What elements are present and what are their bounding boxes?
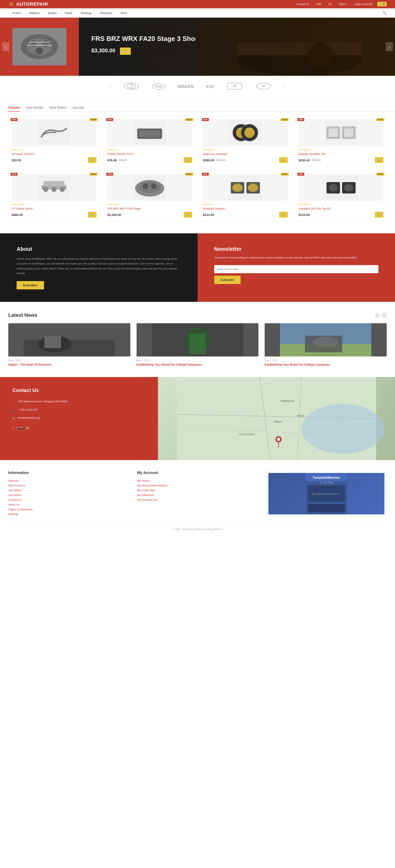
language-selector[interactable]: En [329, 3, 332, 6]
hero-next-button[interactable]: › [386, 42, 393, 51]
tab-popular[interactable]: Popular [8, 103, 20, 112]
instagram-icon[interactable]: 📷 [19, 426, 24, 430]
product-card-4: NEW SALE! ★★★★★ Daylight Headlight Set..… [295, 116, 387, 166]
add-to-cart-button-6[interactable]: 🛒 [184, 212, 192, 218]
add-to-cart-button-5[interactable]: 🛒 [88, 212, 96, 218]
news-image-2 [136, 323, 259, 356]
footer-link-contact-us[interactable]: Contact Us [8, 498, 129, 501]
brand-nissan[interactable]: NISSAN [178, 84, 194, 89]
contact-phone: 📞 1-800-1234-567 [12, 408, 146, 413]
nav-hydraulics[interactable]: Hydraulics [96, 8, 117, 18]
brands-next-arrow[interactable]: › [284, 84, 285, 89]
brand-ford[interactable]: Ford [152, 84, 165, 90]
brands-section: ‹ Ford NISSAN KIA H H › [0, 76, 395, 97]
product-image-6 [107, 174, 192, 201]
brand-hyundai[interactable]: H [255, 82, 272, 91]
footer-link-pages-config[interactable]: Pages Configuration [8, 508, 129, 511]
nav-batteries[interactable]: Batteries [25, 8, 44, 18]
currency-selector[interactable]: USD [316, 3, 321, 6]
read-more-button[interactable]: Read More [17, 281, 44, 289]
footer-social-widget: TemplateMonster 📎 Like Page Don't Miss T… [266, 471, 387, 517]
footer-link-credit-slips[interactable]: My Credit Slips [137, 489, 258, 492]
nav-hitech[interactable]: Hi-tech [8, 8, 25, 18]
contact-heading: Contact Us [12, 388, 146, 393]
footer-widget: TemplateMonster 📎 Like Page Don't Miss T… [266, 471, 387, 517]
nav-paints[interactable]: Paints [61, 8, 77, 18]
product-old-price-3: $350.00 [216, 159, 225, 161]
footer-link-addresses[interactable]: My Addresses [137, 494, 258, 497]
products-section: NEW SALE! ★★★★★ Air Intake Hose for... $… [0, 112, 395, 234]
search-icon[interactable]: 🔍 [383, 11, 387, 15]
svg-point-48 [232, 184, 243, 192]
brand-toyota[interactable] [123, 82, 140, 91]
product-stars-2: ★★★★★ [107, 148, 192, 151]
tab-best-sellers[interactable]: Best Sellers [50, 103, 66, 112]
product-badge-sale-6: SALE! [185, 173, 193, 176]
hero-add-to-cart-button[interactable]: 🛒 [120, 48, 131, 55]
footer-link-new-products[interactable]: New Products [8, 484, 129, 487]
product-card-1: NEW SALE! ★★★★★ Air Intake Hose for... $… [8, 116, 100, 166]
twitter-icon[interactable]: t [16, 426, 17, 430]
brands-prev-arrow[interactable]: ‹ [110, 84, 111, 89]
news-prev-arrow[interactable]: ‹ [375, 313, 380, 318]
contact-section: Contact Us 📍 678 Marmora Road, Glasgow D… [0, 377, 158, 460]
brand-kia[interactable]: KIA [206, 84, 214, 89]
googleplus-icon[interactable]: g+ [26, 426, 30, 430]
footer-link-personal-info[interactable]: My Personal Info [137, 498, 258, 501]
product-card-2: NEW SALE! ★★★★★ Carbon Bonnet Hood... $7… [104, 116, 195, 166]
news-title-2[interactable]: Establishing Your Brand On College Campu… [136, 363, 259, 367]
tab-specials[interactable]: Specials [72, 103, 84, 112]
product-image-4 [299, 119, 384, 146]
nav-moldings[interactable]: Moldings [77, 8, 96, 18]
product-price-1: $20.00 🛒 [11, 157, 96, 163]
footer-link-our-stores[interactable]: Our Stores [8, 494, 129, 497]
products-row-2: NEW SALE! ★★★★★ FX Duplex Sports... $460… [8, 170, 387, 221]
nav-brakes[interactable]: Brakes [44, 8, 61, 18]
product-current-price-1: $20.00 [11, 158, 21, 162]
svg-point-44 [151, 183, 157, 190]
product-stars-5: ★★★★★ [11, 203, 96, 206]
facebook-icon[interactable]: f [12, 426, 13, 430]
add-to-cart-button-4[interactable]: 🛒 [375, 157, 384, 163]
add-to-cart-button-1[interactable]: 🛒 [88, 157, 96, 163]
sign-in-link[interactable]: Sign In [339, 3, 347, 6]
product-name-2: Carbon Bonnet Hood... [107, 152, 192, 155]
product-badge-new-4: NEW [298, 118, 304, 121]
add-to-cart-button-8[interactable]: 🛒 [375, 212, 384, 218]
footer-link-specials[interactable]: Specials [8, 479, 129, 482]
tab-new-arrivals[interactable]: New Arrivals [26, 103, 43, 112]
cart-icon[interactable]: 🛒 0 [377, 2, 387, 6]
product-stars-6: ★★★★★ [107, 203, 192, 206]
newsletter-heading: Newsletter [214, 246, 378, 252]
news-title-3[interactable]: Establishing Your Brand On College Campu… [265, 363, 387, 367]
gear-icon [8, 1, 14, 7]
contact-us-link[interactable]: Contact Us [297, 3, 309, 6]
svg-text:Beach: Beach [297, 414, 304, 417]
product-badge-sale-4: SALE! [376, 118, 385, 121]
newsletter-email-input[interactable] [214, 265, 378, 273]
svg-rect-7 [29, 41, 50, 43]
news-card-1: May 5, 2015 Impact - The Heart Of Busine… [8, 323, 130, 367]
location-icon: 📍 [12, 400, 16, 404]
add-to-cart-button-3[interactable]: 🛒 [279, 157, 288, 163]
product-image-7 [203, 174, 288, 201]
footer-link-merchandise-returns[interactable]: My Merchandise Returns [137, 484, 258, 487]
nav-rims[interactable]: Rims [117, 8, 131, 18]
footer-link-top-sellers[interactable]: Top Sellers [8, 489, 129, 492]
footer-link-my-orders[interactable]: My Orders [137, 479, 258, 482]
footer-link-about-us[interactable]: About Us [8, 503, 129, 506]
subscribe-button[interactable]: Subscribe [214, 276, 241, 284]
product-badge-new-7: NEW [202, 173, 209, 176]
product-current-price-3: $280.00 [203, 158, 214, 162]
product-badge-sale-7: SALE! [281, 173, 289, 176]
main-nav: Hi-tech Batteries Brakes Paints Moldings… [0, 8, 395, 18]
news-next-arrow[interactable]: › [382, 313, 387, 318]
brand-honda[interactable]: H [226, 82, 243, 91]
footer-facebook-widget[interactable]: TemplateMonster 📎 Like Page Don't Miss T… [268, 473, 385, 515]
hero-prev-button[interactable]: ‹ [2, 42, 9, 51]
news-title-1[interactable]: Impact - The Heart Of Business [8, 363, 130, 367]
product-stars-3: ★★★★★ [203, 148, 288, 151]
add-to-cart-button-7[interactable]: 🛒 [279, 212, 288, 218]
add-to-cart-button-2[interactable]: 🛒 [184, 157, 192, 163]
footer-link-sitemap[interactable]: Sitemap [8, 513, 129, 516]
